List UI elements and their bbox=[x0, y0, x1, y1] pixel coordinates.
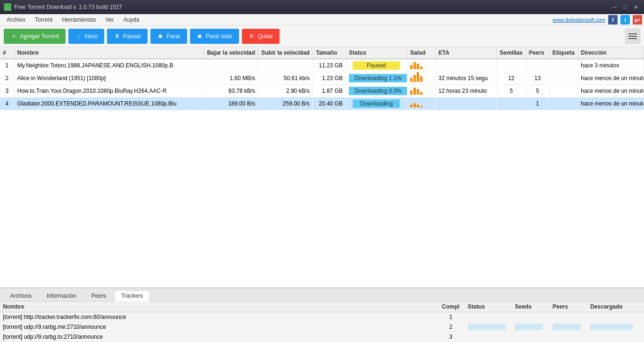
tracker-col-name: Nombre bbox=[0, 301, 437, 312]
cell-peers: 13 bbox=[526, 72, 549, 85]
tracker-downloaded bbox=[587, 322, 644, 332]
menu-bar: Archivo Torrent Herramientas Ver Auyda w… bbox=[0, 14, 644, 25]
col-header-health: Salud bbox=[407, 47, 435, 59]
pause-button[interactable]: ⏸ Pausar bbox=[107, 29, 148, 44]
cell-dir: hace 3 minutos bbox=[578, 59, 644, 72]
tab-trackers[interactable]: Trackers bbox=[114, 290, 150, 301]
table-row[interactable]: 4 Gladiator.2000.EXTENDED.PARAMOUNT.REIS… bbox=[0, 98, 644, 110]
cell-health bbox=[407, 72, 435, 85]
cell-label bbox=[549, 98, 578, 110]
stop-button[interactable]: ■ Parar bbox=[150, 29, 187, 44]
tracker-panel: Nombre Compi Status Seeds Peers Descarga… bbox=[0, 301, 644, 342]
maximize-button[interactable]: □ bbox=[620, 2, 630, 12]
status-badge: Downloading bbox=[353, 99, 400, 108]
stop-all-icon: ■ bbox=[197, 33, 203, 40]
menu-archivo[interactable]: Archivo bbox=[2, 16, 30, 24]
tab-peers[interactable]: Peers bbox=[84, 290, 113, 301]
tracker-peers bbox=[550, 332, 587, 342]
bottom-tabs: Archivos Información Peers Trackers bbox=[0, 288, 644, 301]
table-row[interactable]: 3 How.to.Train.Your.Dragon.2010.1080p.Bl… bbox=[0, 85, 644, 98]
menu-auyda[interactable]: Auyda bbox=[118, 16, 144, 24]
list-item[interactable]: [torrent] http://tracker.trackerfix.com:… bbox=[0, 312, 644, 322]
twitter-button[interactable]: t bbox=[620, 15, 630, 24]
cell-size: 20.40 GB bbox=[313, 98, 346, 110]
dvdvideosoft-link[interactable]: www.dvdvideosoft.com bbox=[553, 17, 605, 23]
menu-right: www.dvdvideosoft.com f t g+ bbox=[553, 15, 642, 24]
col-header-dir: Dirección bbox=[578, 47, 644, 59]
cell-num: 4 bbox=[0, 98, 14, 110]
stop-icon: ■ bbox=[157, 33, 164, 40]
cell-seeds bbox=[496, 59, 526, 72]
cell-down-speed: 189.00 B/s bbox=[204, 98, 258, 110]
download-icon: ↓ bbox=[75, 33, 82, 40]
tracker-col-seeds: Seeds bbox=[512, 301, 550, 312]
tracker-status bbox=[465, 312, 512, 322]
stop-all-button[interactable]: ■ Parar todo bbox=[190, 29, 239, 44]
start-button[interactable]: ↓ Inicio bbox=[68, 29, 104, 44]
quit-button[interactable]: ✕ Quitar bbox=[242, 29, 280, 44]
list-item[interactable]: [torrent] udp://9.rarbg.me:2710/announce… bbox=[0, 322, 644, 332]
table-row[interactable]: 1 My.Neighbor.Totoro.1988.JAPANESE.AND.E… bbox=[0, 59, 644, 72]
hamburger-line-3 bbox=[628, 38, 637, 39]
col-header-down: Bajar la velocidad bbox=[204, 47, 258, 59]
list-item[interactable]: [torrent] udp://9.rarbg.to:2710/announce… bbox=[0, 332, 644, 342]
cell-name: How.to.Train.Your.Dragon.2010.1080p.BluR… bbox=[14, 85, 204, 98]
cell-status: Downloading 0.0% bbox=[346, 85, 407, 98]
tab-archivos[interactable]: Archivos bbox=[3, 290, 39, 301]
tab-informacion[interactable]: Información bbox=[40, 290, 83, 301]
title-bar: ↓ Free Torrent Download v. 1.0.73 build … bbox=[0, 0, 644, 14]
cell-dir: hace menos de un minuto bbox=[578, 98, 644, 110]
cell-peers: 1 bbox=[526, 98, 549, 110]
tracker-table: Nombre Compi Status Seeds Peers Descarga… bbox=[0, 301, 644, 342]
title-bar-text: Free Torrent Download v. 1.0.73 build 10… bbox=[14, 4, 610, 10]
tracker-status bbox=[465, 322, 512, 332]
cell-num: 2 bbox=[0, 72, 14, 85]
tracker-col-compi: Compi bbox=[437, 301, 465, 312]
menu-herramientas[interactable]: Herramientas bbox=[57, 16, 100, 24]
cell-peers: 5 bbox=[526, 85, 549, 98]
tracker-name: [torrent] udp://9.rarbg.to:2710/announce bbox=[0, 332, 437, 342]
googleplus-button[interactable]: g+ bbox=[633, 15, 642, 24]
col-header-size: Tamaño bbox=[313, 47, 346, 59]
menu-torrent[interactable]: Torrent bbox=[30, 16, 57, 24]
cell-up-speed bbox=[258, 59, 313, 72]
menu-ver[interactable]: Ver bbox=[100, 16, 118, 24]
status-badge: Downloading 1.1% bbox=[349, 74, 407, 82]
minimize-button[interactable]: ─ bbox=[610, 2, 619, 12]
cell-status: Downloading bbox=[346, 98, 407, 110]
table-row[interactable]: 2 Alice in Wonderland (1951) [1080p] 1.6… bbox=[0, 72, 644, 85]
cell-peers bbox=[526, 59, 549, 72]
cell-status: Downloading 1.1% bbox=[346, 72, 407, 85]
cell-size: 1.87 GB bbox=[313, 85, 346, 98]
toolbar: ＋ Agregar Torrent ↓ Inicio ⏸ Pausar ■ Pa… bbox=[0, 25, 644, 47]
cell-eta: 12 horas 23 minuto bbox=[435, 85, 496, 98]
torrent-table: # Nombre Bajar la velocidad Subir la vel… bbox=[0, 47, 644, 110]
col-header-name: Nombre bbox=[14, 47, 204, 59]
cell-seeds bbox=[496, 98, 526, 110]
plus-icon: ＋ bbox=[10, 33, 17, 40]
cell-down-speed: 1.60 MB/s bbox=[204, 72, 258, 85]
close-button[interactable]: ✕ bbox=[631, 2, 640, 12]
cell-health bbox=[407, 98, 435, 110]
cell-label bbox=[549, 72, 578, 85]
cell-label bbox=[549, 85, 578, 98]
cell-size: 11.23 GB bbox=[313, 59, 346, 72]
cell-seeds: 12 bbox=[496, 72, 526, 85]
cell-dir: hace menos de un minuto bbox=[578, 85, 644, 98]
add-torrent-button[interactable]: ＋ Agregar Torrent bbox=[4, 29, 66, 44]
cell-health bbox=[407, 85, 435, 98]
tracker-compi: 3 bbox=[437, 332, 465, 342]
app-icon: ↓ bbox=[4, 3, 11, 11]
torrent-table-header: # Nombre Bajar la velocidad Subir la vel… bbox=[0, 47, 644, 59]
tracker-col-downloaded: Descargado bbox=[587, 301, 644, 312]
torrent-table-wrapper: # Nombre Bajar la velocidad Subir la vel… bbox=[0, 47, 644, 110]
cell-seeds: 5 bbox=[496, 85, 526, 98]
hamburger-menu-button[interactable] bbox=[625, 29, 640, 44]
tracker-compi: 2 bbox=[437, 322, 465, 332]
toolbar-left: ＋ Agregar Torrent ↓ Inicio ⏸ Pausar ■ Pa… bbox=[4, 29, 280, 44]
facebook-button[interactable]: f bbox=[608, 15, 618, 24]
cell-eta: 32 minutos 15 segu bbox=[435, 72, 496, 85]
status-badge: Downloading 0.0% bbox=[349, 87, 407, 95]
tracker-status bbox=[465, 332, 512, 342]
cell-up-speed: 259.00 B/s bbox=[258, 98, 313, 110]
